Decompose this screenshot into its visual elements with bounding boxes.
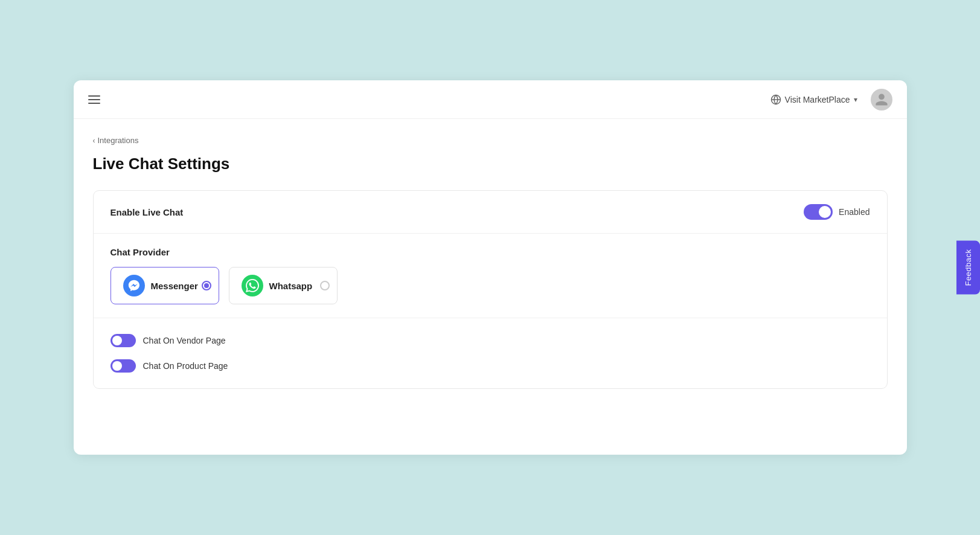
chat-product-slider: [110, 359, 136, 373]
header-right: Visit MarketPlace ▾: [764, 89, 892, 111]
enable-live-chat-row: Enable Live Chat Enabled: [94, 191, 887, 234]
chat-provider-section: Chat Provider Messenger: [94, 234, 887, 318]
chat-vendor-page-toggle[interactable]: [110, 334, 136, 347]
enable-live-chat-toggle-wrapper: Enabled: [804, 204, 870, 220]
content: ‹ Integrations Live Chat Settings Enable…: [74, 119, 907, 406]
hamburger-icon[interactable]: [88, 95, 100, 104]
whatsapp-label: Whatsapp: [269, 281, 313, 291]
provider-options: Messenger Whatsapp: [110, 267, 870, 304]
settings-card: Enable Live Chat Enabled Chat Provider: [93, 190, 888, 389]
globe-icon: [770, 94, 781, 105]
whatsapp-option[interactable]: Whatsapp: [229, 267, 338, 304]
enable-live-chat-label: Enable Live Chat: [110, 207, 184, 217]
messenger-option[interactable]: Messenger: [110, 267, 219, 304]
messenger-label: Messenger: [151, 281, 198, 291]
whatsapp-radio: [320, 281, 330, 290]
chat-product-page-row: Chat On Product Page: [110, 353, 870, 379]
chevron-down-icon: ▾: [854, 95, 857, 104]
breadcrumb-chevron-icon: ‹: [93, 136, 95, 145]
inline-toggles-section: Chat On Vendor Page Chat On Product Page: [94, 318, 887, 388]
breadcrumb-parent: Integrations: [98, 136, 139, 145]
user-icon: [874, 92, 889, 107]
header: Visit MarketPlace ▾: [74, 80, 907, 119]
chat-vendor-slider: [110, 334, 136, 347]
messenger-icon: [127, 279, 141, 292]
chat-product-page-toggle[interactable]: [110, 359, 136, 373]
chat-product-page-label: Chat On Product Page: [143, 361, 228, 371]
page-title: Live Chat Settings: [93, 155, 888, 173]
visit-marketplace-button[interactable]: Visit MarketPlace ▾: [764, 91, 863, 109]
chat-vendor-page-label: Chat On Vendor Page: [143, 336, 226, 345]
breadcrumb[interactable]: ‹ Integrations: [93, 136, 888, 145]
messenger-radio: [202, 281, 211, 290]
feedback-wrapper: Feedback: [956, 240, 980, 294]
chat-vendor-page-row: Chat On Vendor Page: [110, 328, 870, 353]
chat-provider-label: Chat Provider: [110, 247, 870, 257]
outer-container: Visit MarketPlace ▾ ‹ Integrations Live …: [0, 0, 980, 535]
enable-live-chat-status: Enabled: [839, 207, 870, 217]
enable-live-chat-toggle[interactable]: [804, 204, 833, 220]
main-card: Visit MarketPlace ▾ ‹ Integrations Live …: [74, 80, 907, 455]
whatsapp-icon: [246, 279, 259, 292]
avatar[interactable]: [871, 89, 892, 111]
whatsapp-icon-bg: [242, 275, 263, 296]
feedback-button[interactable]: Feedback: [956, 240, 980, 294]
toggle-slider: [804, 204, 833, 220]
visit-marketplace-label: Visit MarketPlace: [785, 95, 850, 104]
messenger-icon-bg: [123, 275, 145, 296]
